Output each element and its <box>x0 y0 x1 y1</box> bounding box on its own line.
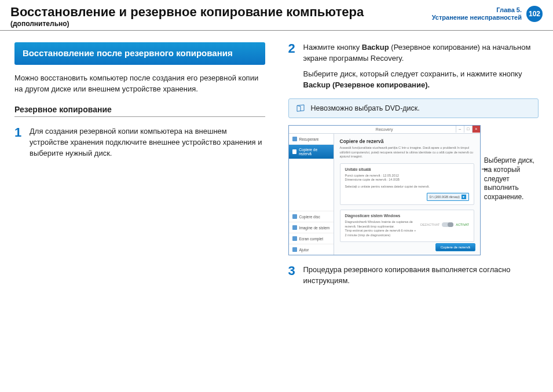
backup-icon <box>292 149 297 154</box>
step-text: Процедура резервного копирования выполня… <box>303 265 539 287</box>
diagnostic-panel: Diagnosticare sistem Windows Diagnostich… <box>340 210 474 242</box>
sidebar-item-backup[interactable]: Copiere de rezervă <box>289 145 334 159</box>
step-text: Нажмите кнопку Backup (Резервное копиров… <box>303 42 539 90</box>
sidebar-label: Copiere de rezervă <box>299 148 329 156</box>
section-heading-box: Восстановление после резервного копирова… <box>14 42 265 65</box>
help-icon <box>292 247 297 252</box>
step-3: 3 Процедура резервного копирования выпол… <box>288 265 539 287</box>
toggle-on-label: ACTIVAT <box>456 223 468 226</box>
text: Нажмите кнопку <box>303 43 362 52</box>
sidebar: Recuperare Copiere de rezervă Copiere di… <box>289 134 334 255</box>
panel-title: Unitate situată <box>345 167 469 171</box>
window-title: Recovery <box>376 127 393 131</box>
sidebar-item-help[interactable]: Ajutor <box>289 244 334 255</box>
panel-line: Dimensiune copie de rezervă : 14.0GB <box>345 178 469 182</box>
drive-select-row: D:\ (200.0GB rămași) ▾ <box>345 193 469 201</box>
diagnostic-toggle[interactable] <box>442 222 453 227</box>
bold-text: Backup <box>362 43 389 52</box>
drive-value: D:\ (200.0GB rămași) <box>430 195 460 199</box>
app-footer: Copiere de rezervă <box>435 243 475 251</box>
sidebar-item-system-image[interactable]: Imagine de sistem <box>289 222 334 233</box>
app-main: Copiere de rezervă Această funcționalita… <box>334 134 480 255</box>
step-1: 1 Для создания резервной копии компьютер… <box>14 126 265 159</box>
panel-description: Această funcționalitate stochează partiț… <box>340 146 474 158</box>
chapter-text: Глава 5. Устранение неисправностей <box>432 6 522 21</box>
title-block: Восстановление и резервное копирование к… <box>10 5 364 28</box>
page-header: Восстановление и резервное копирование к… <box>0 0 553 31</box>
screenshot-with-callout: Recovery – □ × Recuperare Copiere de rez… <box>288 125 539 255</box>
note-icon <box>295 104 306 113</box>
backup-button[interactable]: Copiere de rezervă <box>435 243 475 251</box>
sidebar-label: Ecran complet <box>299 237 324 241</box>
step-number: 2 <box>288 42 298 90</box>
disc-icon <box>292 214 297 219</box>
subsection-heading: Резервное копирование <box>14 105 265 117</box>
callout: Выберите диск, на который следует выполн… <box>484 125 539 202</box>
chapter-line1: Глава 5. <box>432 6 522 14</box>
callout-arrow-icon <box>482 166 489 173</box>
window-titlebar: Recovery – □ × <box>289 126 480 134</box>
step-2: 2 Нажмите кнопку Backup (Резервное копир… <box>288 42 539 90</box>
panel-line: Diagnosticheză Windows înainte de copier… <box>345 220 417 229</box>
content-columns: Восстановление после резервного копирова… <box>0 31 553 301</box>
panel-heading: Copiere de rezervă <box>340 138 474 144</box>
panel-line: Punct copiere de rezervă : 12.05.2012 <box>345 174 469 178</box>
close-button[interactable]: × <box>472 126 480 133</box>
step-number: 1 <box>14 126 24 159</box>
drive-panel: Unitate situată Punct copiere de rezervă… <box>340 163 474 205</box>
toggle-row: DEZACTIVAT ACTIVAT <box>420 222 469 227</box>
toggle-off-label: DEZACTIVAT <box>420 223 440 226</box>
recover-icon <box>292 137 297 141</box>
sidebar-label: Imagine de sistem <box>299 226 330 230</box>
sidebar-item-copy-disc[interactable]: Copiere disc <box>289 211 334 222</box>
right-column: 2 Нажмите кнопку Backup (Резервное копир… <box>288 42 539 295</box>
sidebar-label: Copiere disc <box>299 215 320 219</box>
panel-title: Diagnosticare sistem Windows <box>345 214 469 218</box>
recovery-app-window: Recovery – □ × Recuperare Copiere de rez… <box>288 125 481 255</box>
chapter-block: Глава 5. Устранение неисправностей 102 <box>432 6 543 22</box>
minimize-button[interactable]: – <box>456 126 464 133</box>
note-text: Невозможно выбрать DVD-диск. <box>311 104 420 112</box>
sidebar-label: Ajutor <box>299 248 309 252</box>
callout-text: Выберите диск, на который следует выполн… <box>484 156 539 202</box>
note-box: Невозможно выбрать DVD-диск. <box>288 98 539 118</box>
page-subtitle: (дополнительно) <box>10 20 364 28</box>
maximize-button[interactable]: □ <box>464 126 472 133</box>
step-text: Для создания резервной копии компьютера … <box>30 126 265 159</box>
page-number-badge: 102 <box>526 6 543 22</box>
page-title: Восстановление и резервное копирование к… <box>10 5 364 20</box>
sidebar-label: Recuperare <box>299 137 319 141</box>
chevron-down-icon: ▾ <box>462 195 466 199</box>
bold-text: Backup (Резервное копирование). <box>303 80 430 89</box>
window-controls: – □ × <box>456 126 480 133</box>
fullscreen-icon <box>292 236 297 241</box>
left-column: Восстановление после резервного копирова… <box>14 42 265 295</box>
drive-dropdown[interactable]: D:\ (200.0GB rămași) ▾ <box>427 193 469 201</box>
step-number: 3 <box>288 265 298 287</box>
sidebar-item-fullscreen[interactable]: Ecran complet <box>289 233 334 244</box>
text: Выберите диск, который следует сохранить… <box>303 69 522 78</box>
chapter-line2: Устранение неисправностей <box>432 14 522 21</box>
sidebar-item-recover[interactable]: Recuperare <box>289 134 334 145</box>
image-icon <box>292 225 297 230</box>
intro-paragraph: Можно восстановить компьютер после созда… <box>14 73 265 95</box>
panel-line: Timp estimat pentru copiere de rezervă 6… <box>345 229 417 237</box>
panel-line: Selectați o unitate pentru salvarea date… <box>345 185 469 189</box>
app-body: Recuperare Copiere de rezervă Copiere di… <box>289 134 480 255</box>
